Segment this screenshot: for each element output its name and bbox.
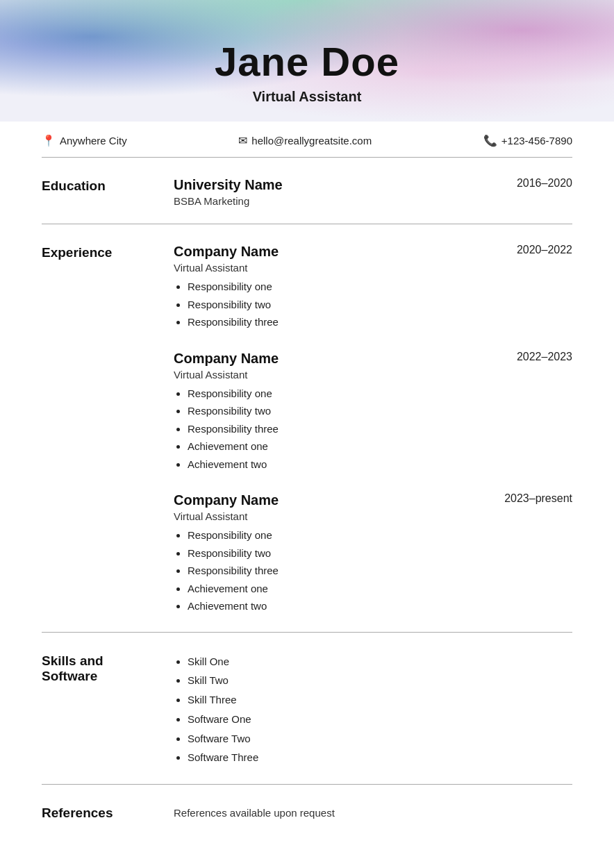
list-item: Responsibility two xyxy=(188,402,572,420)
exp3-role: Virtual Assistant xyxy=(174,510,572,522)
experience-content: Company Name 2020–2022 Virtual Assistant… xyxy=(174,244,572,615)
experience-label: Experience xyxy=(42,244,174,615)
contact-bar: 📍 Anywhere City ✉ hello@reallygreatsite.… xyxy=(0,124,614,157)
list-item: Responsibility two xyxy=(188,296,572,314)
experience-section: Experience Company Name 2020–2022 Virtua… xyxy=(42,224,572,632)
exp2-header: Company Name 2022–2023 xyxy=(174,351,572,367)
location-text: Anywhere City xyxy=(60,135,127,147)
skill-item: Software Two xyxy=(188,729,572,749)
header-section: Jane Doe Virtual Assistant xyxy=(0,0,614,119)
skill-item: Software Three xyxy=(188,748,572,767)
list-item: Responsibility three xyxy=(188,420,572,438)
list-item: Responsibility one xyxy=(188,278,572,296)
references-content: References available upon request xyxy=(174,804,572,821)
exp3-company: Company Name xyxy=(174,492,279,508)
exp1-header: Company Name 2020–2022 xyxy=(174,244,572,260)
skill-item: Software One xyxy=(188,710,572,729)
exp1-dates: 2020–2022 xyxy=(517,244,572,256)
references-text: References available upon request xyxy=(174,804,572,819)
skills-content: Skill One Skill Two Skill Three Software… xyxy=(174,652,572,768)
university-name: University Name xyxy=(174,177,283,193)
location-contact: 📍 Anywhere City xyxy=(42,134,127,147)
list-item: Responsibility one xyxy=(188,526,572,544)
exp1-company: Company Name xyxy=(174,244,279,260)
email-icon: ✉ xyxy=(238,134,247,147)
candidate-title: Virtual Assistant xyxy=(0,89,614,105)
list-item: Achievement two xyxy=(188,597,572,615)
experience-entry-2: Company Name 2022–2023 Virtual Assistant… xyxy=(174,351,572,474)
education-degree: BSBA Marketing xyxy=(174,195,572,207)
exp2-list: Responsibility one Responsibility two Re… xyxy=(174,385,572,474)
exp1-role: Virtual Assistant xyxy=(174,262,572,274)
list-item: Achievement one xyxy=(188,437,572,456)
exp3-list: Responsibility one Responsibility two Re… xyxy=(174,526,572,615)
phone-contact: 📞 +123-456-7890 xyxy=(483,134,572,147)
education-section: Education University Name 2016–2020 BSBA… xyxy=(42,158,572,224)
list-item: Achievement one xyxy=(188,580,572,598)
skill-item: Skill Two xyxy=(188,671,572,690)
exp1-list: Responsibility one Responsibility two Re… xyxy=(174,278,572,331)
skills-label: Skills and Software xyxy=(42,652,174,768)
skills-list: Skill One Skill Two Skill Three Software… xyxy=(174,652,572,768)
experience-entry-1: Company Name 2020–2022 Virtual Assistant… xyxy=(174,244,572,331)
location-icon: 📍 xyxy=(42,134,56,147)
skill-item: Skill Three xyxy=(188,690,572,710)
list-item: Responsibility three xyxy=(188,562,572,580)
exp3-header: Company Name 2023–present xyxy=(174,492,572,508)
resume-wrapper: Jane Doe Virtual Assistant 📍 Anywhere Ci… xyxy=(0,0,614,868)
exp2-dates: 2022–2023 xyxy=(517,351,572,363)
education-entry: University Name 2016–2020 BSBA Marketing xyxy=(174,177,572,207)
references-label: References xyxy=(42,804,174,821)
exp2-role: Virtual Assistant xyxy=(174,369,572,381)
exp3-dates: 2023–present xyxy=(504,492,572,505)
education-content: University Name 2016–2020 BSBA Marketing xyxy=(174,177,572,207)
main-content: Education University Name 2016–2020 BSBA… xyxy=(0,158,614,837)
skill-item: Skill One xyxy=(188,652,572,671)
email-text: hello@reallygreatsite.com xyxy=(251,135,372,147)
candidate-name: Jane Doe xyxy=(0,38,614,85)
education-entry-header: University Name 2016–2020 xyxy=(174,177,572,193)
list-item: Responsibility three xyxy=(188,313,572,331)
exp2-company: Company Name xyxy=(174,351,279,367)
education-dates: 2016–2020 xyxy=(517,177,572,190)
list-item: Responsibility one xyxy=(188,385,572,403)
phone-text: +123-456-7890 xyxy=(501,135,572,147)
education-label: Education xyxy=(42,177,174,207)
list-item: Achievement two xyxy=(188,456,572,474)
experience-entry-3: Company Name 2023–present Virtual Assist… xyxy=(174,492,572,615)
email-contact: ✉ hello@reallygreatsite.com xyxy=(238,134,372,147)
skills-section: Skills and Software Skill One Skill Two … xyxy=(42,633,572,785)
phone-icon: 📞 xyxy=(483,134,497,147)
list-item: Responsibility two xyxy=(188,544,572,562)
references-section: References References available upon req… xyxy=(42,785,572,837)
